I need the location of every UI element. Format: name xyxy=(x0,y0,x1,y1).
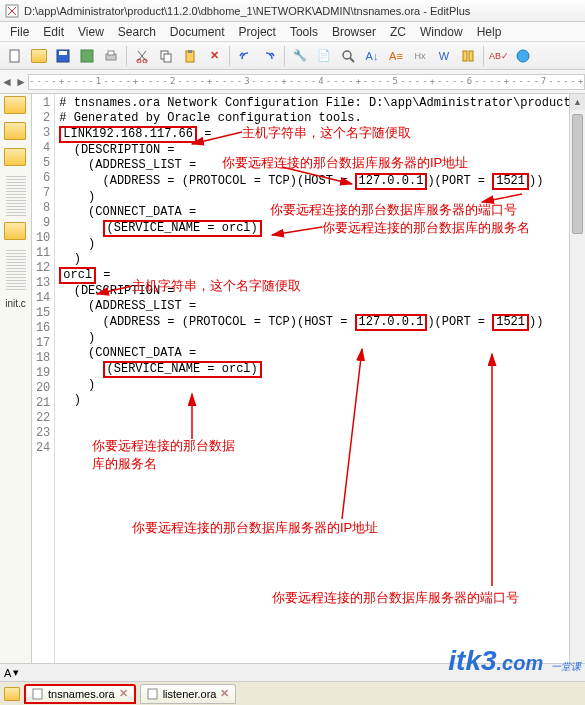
save-icon[interactable] xyxy=(52,45,74,67)
tool1-icon[interactable]: 🔧 xyxy=(289,45,311,67)
replace-icon[interactable]: A≡ xyxy=(385,45,407,67)
window-title: D:\app\Administrator\product\11.2.0\dbho… xyxy=(24,5,470,17)
app-icon xyxy=(4,3,20,19)
folder-icon[interactable] xyxy=(4,687,20,701)
panel-grip[interactable] xyxy=(6,250,26,290)
toolbar: ✕ 🔧 📄 A↓ A≡ Hx W AB✓ xyxy=(0,42,585,70)
save2-icon[interactable] xyxy=(76,45,98,67)
ruler: ----+----1----+----2----+----3----+----4… xyxy=(28,74,585,90)
hex-icon[interactable]: Hx xyxy=(409,45,431,67)
svg-rect-15 xyxy=(469,51,473,61)
redo-icon[interactable] xyxy=(258,45,280,67)
folder-icon[interactable] xyxy=(4,122,28,144)
folder-icon[interactable] xyxy=(4,148,28,170)
tab-bar: tnsnames.ora ✕ listener.ora ✕ xyxy=(0,681,585,705)
menu-project[interactable]: Project xyxy=(233,23,282,41)
sidebar-file-label[interactable]: init.c xyxy=(0,298,31,309)
menu-zc[interactable]: ZC xyxy=(384,23,412,41)
menu-edit[interactable]: Edit xyxy=(37,23,70,41)
file-icon xyxy=(147,688,159,700)
code-area[interactable]: # tnsnames.ora Network Configuration Fil… xyxy=(55,94,585,686)
tab-listener[interactable]: listener.ora ✕ xyxy=(140,684,237,704)
svg-rect-3 xyxy=(59,51,67,55)
svg-rect-12 xyxy=(188,50,192,53)
findnext-icon[interactable]: A↓ xyxy=(361,45,383,67)
undo-icon[interactable] xyxy=(234,45,256,67)
svg-rect-25 xyxy=(33,689,42,699)
side-panel: init.c xyxy=(0,94,32,686)
ruler-bar: ◄ ► ----+----1----+----2----+----3----+-… xyxy=(0,70,585,94)
editor[interactable]: 123456789101112131415161718192021222324 … xyxy=(32,94,585,686)
menu-document[interactable]: Document xyxy=(164,23,231,41)
new-file-icon[interactable] xyxy=(4,45,26,67)
x-icon[interactable]: ✕ xyxy=(203,45,225,67)
line-gutter: 123456789101112131415161718192021222324 xyxy=(32,94,55,686)
close-icon[interactable]: ✕ xyxy=(220,687,229,700)
status-bar: A ▾ xyxy=(0,663,585,681)
drive-label: A xyxy=(4,667,11,679)
tab-label: listener.ora xyxy=(163,688,217,700)
svg-rect-6 xyxy=(108,51,114,55)
svg-rect-26 xyxy=(148,689,157,699)
menu-bar: File Edit View Search Document Project T… xyxy=(0,22,585,42)
open-icon[interactable] xyxy=(28,45,50,67)
paste-icon[interactable] xyxy=(179,45,201,67)
svg-rect-4 xyxy=(81,50,93,62)
folder-icon[interactable] xyxy=(4,96,28,118)
tab-label: tnsnames.ora xyxy=(48,688,115,700)
close-icon[interactable]: ✕ xyxy=(119,687,128,700)
menu-help[interactable]: Help xyxy=(471,23,508,41)
wrap-icon[interactable]: W xyxy=(433,45,455,67)
tab-tnsnames[interactable]: tnsnames.ora ✕ xyxy=(24,684,136,704)
tool2-icon[interactable]: 📄 xyxy=(313,45,335,67)
svg-rect-1 xyxy=(10,50,19,62)
scrollbar-vertical[interactable]: ▲ ▼ xyxy=(569,94,585,686)
spell-icon[interactable]: AB✓ xyxy=(488,45,510,67)
copy-icon[interactable] xyxy=(155,45,177,67)
dropdown-icon[interactable]: ▾ xyxy=(13,666,19,679)
cut-icon[interactable] xyxy=(131,45,153,67)
menu-view[interactable]: View xyxy=(72,23,110,41)
svg-point-13 xyxy=(343,51,351,59)
panel-grip[interactable] xyxy=(6,176,26,216)
ruler-left-icon[interactable]: ◄ xyxy=(0,75,14,89)
menu-browser[interactable]: Browser xyxy=(326,23,382,41)
print-icon[interactable] xyxy=(100,45,122,67)
svg-rect-14 xyxy=(463,51,467,61)
folder-icon[interactable] xyxy=(4,222,28,244)
file-icon xyxy=(32,688,44,700)
menu-search[interactable]: Search xyxy=(112,23,162,41)
browser-icon[interactable] xyxy=(512,45,534,67)
menu-window[interactable]: Window xyxy=(414,23,469,41)
menu-file[interactable]: File xyxy=(4,23,35,41)
svg-rect-10 xyxy=(164,54,171,62)
title-bar: D:\app\Administrator\product\11.2.0\dbho… xyxy=(0,0,585,22)
find-icon[interactable] xyxy=(337,45,359,67)
scroll-up-icon[interactable]: ▲ xyxy=(570,94,585,110)
col-icon[interactable] xyxy=(457,45,479,67)
menu-tools[interactable]: Tools xyxy=(284,23,324,41)
scroll-thumb[interactable] xyxy=(572,114,583,234)
svg-point-16 xyxy=(517,50,529,62)
ruler-right-icon[interactable]: ► xyxy=(14,75,28,89)
